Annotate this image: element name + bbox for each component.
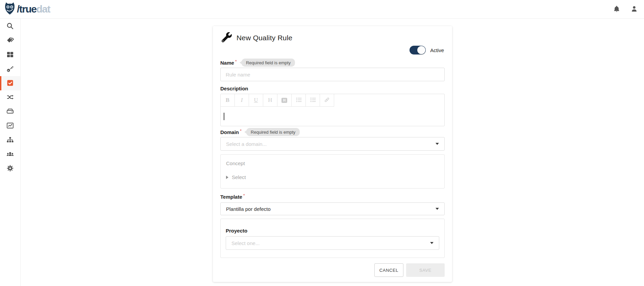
topbar-actions bbox=[612, 4, 644, 14]
concept-expander-label: Select bbox=[232, 174, 246, 180]
sidebar bbox=[0, 19, 21, 286]
user-menu-button[interactable] bbox=[630, 4, 639, 14]
new-quality-rule-card: New Quality Rule Active Name * Required … bbox=[213, 26, 452, 282]
bold-icon: B bbox=[226, 97, 229, 104]
search-icon bbox=[6, 22, 14, 31]
required-marker: * bbox=[243, 193, 245, 198]
heading-block-icon: H bbox=[281, 98, 287, 103]
editor-toolbar: B I U H H bbox=[221, 94, 444, 107]
topbar: /truedat bbox=[0, 0, 644, 19]
italic-icon: I bbox=[241, 97, 243, 104]
heading-icon: H bbox=[268, 97, 272, 104]
name-label-row: Name * Required field is empty bbox=[220, 59, 445, 66]
description-label-row: Description bbox=[220, 85, 445, 92]
proyecto-section: Proyecto Select one... bbox=[220, 219, 445, 258]
app-logo-text: /truedat bbox=[17, 4, 50, 14]
sidebar-item-settings[interactable] bbox=[0, 161, 20, 176]
card-header: New Quality Rule bbox=[220, 32, 445, 44]
required-marker: * bbox=[240, 128, 242, 133]
form-actions: CANCEL SAVE bbox=[220, 263, 445, 277]
validation-badge: Required field is empty bbox=[246, 128, 300, 136]
main-content: New Quality Rule Active Name * Required … bbox=[21, 19, 644, 286]
validation-badge: Required field is empty bbox=[242, 59, 295, 67]
users-icon bbox=[6, 150, 14, 159]
dropdown-caret-icon bbox=[430, 242, 434, 244]
owl-logo-icon bbox=[4, 2, 16, 16]
domain-validation: Required field is empty bbox=[244, 128, 300, 136]
link-icon bbox=[324, 97, 330, 104]
underline-icon: U bbox=[254, 97, 258, 103]
sidebar-item-quality[interactable] bbox=[0, 76, 20, 90]
toolbar-filler bbox=[334, 94, 444, 107]
grid-icon bbox=[6, 50, 14, 60]
key-icon bbox=[6, 65, 14, 74]
unordered-list-icon bbox=[310, 97, 316, 104]
sidebar-item-sitemap[interactable] bbox=[0, 133, 20, 147]
tags-icon bbox=[6, 36, 14, 45]
sidebar-item-server[interactable] bbox=[0, 105, 20, 119]
check-square-icon bbox=[6, 79, 14, 88]
concept-expander[interactable]: Select bbox=[226, 174, 439, 180]
dropdown-caret-icon bbox=[436, 143, 439, 145]
domain-label: Domain bbox=[220, 129, 239, 135]
name-validation: Required field is empty bbox=[240, 59, 295, 67]
description-label: Description bbox=[220, 86, 248, 91]
page-title: New Quality Rule bbox=[237, 34, 292, 42]
sidebar-item-chart[interactable] bbox=[0, 119, 20, 133]
domain-placeholder: Select a domain... bbox=[226, 141, 267, 147]
bold-button[interactable]: B bbox=[221, 94, 235, 107]
proyecto-label: Proyecto bbox=[226, 228, 439, 234]
text-cursor bbox=[224, 113, 224, 120]
proyecto-select[interactable]: Select one... bbox=[226, 236, 439, 250]
sidebar-item-shuffle[interactable] bbox=[0, 90, 20, 105]
description-editor: B I U H H bbox=[220, 94, 445, 126]
link-button[interactable] bbox=[320, 94, 334, 107]
description-textarea[interactable] bbox=[221, 107, 444, 126]
cancel-button[interactable]: CANCEL bbox=[374, 263, 403, 277]
underline-button[interactable]: U bbox=[249, 94, 263, 107]
page: /truedat bbox=[0, 0, 644, 286]
proyecto-placeholder: Select one... bbox=[231, 240, 259, 246]
wrench-icon bbox=[222, 32, 232, 44]
active-toggle-row: Active bbox=[220, 46, 445, 54]
ordered-list-button[interactable] bbox=[292, 94, 306, 107]
italic-button[interactable]: I bbox=[235, 94, 249, 107]
template-label-row: Template * bbox=[220, 193, 445, 200]
heading-block-button[interactable]: H bbox=[277, 94, 292, 107]
name-label: Name bbox=[220, 60, 234, 66]
active-toggle[interactable] bbox=[410, 46, 426, 54]
active-toggle-label: Active bbox=[430, 47, 444, 53]
template-value: Plantilla por defecto bbox=[226, 206, 271, 212]
bell-icon bbox=[613, 5, 620, 14]
template-label: Template bbox=[220, 194, 242, 200]
sidebar-item-search[interactable] bbox=[0, 19, 20, 34]
rule-name-input[interactable] bbox=[220, 68, 445, 81]
sitemap-icon bbox=[6, 136, 14, 145]
server-icon bbox=[6, 107, 14, 116]
required-marker: * bbox=[235, 59, 237, 64]
toggle-knob bbox=[417, 46, 425, 54]
template-select[interactable]: Plantilla por defecto bbox=[220, 202, 445, 215]
shuffle-icon bbox=[6, 93, 14, 102]
domain-select[interactable]: Select a domain... bbox=[220, 137, 445, 151]
app-logo[interactable]: /truedat bbox=[0, 2, 50, 16]
heading-button[interactable]: H bbox=[263, 94, 277, 107]
sidebar-item-tags[interactable] bbox=[0, 34, 20, 48]
ordered-list-icon bbox=[296, 97, 302, 104]
domain-label-row: Domain * Required field is empty bbox=[220, 129, 445, 135]
notifications-button[interactable] bbox=[612, 4, 621, 14]
dropdown-caret-icon bbox=[436, 208, 439, 210]
chart-line-icon bbox=[6, 122, 14, 131]
concept-label: Concept bbox=[226, 160, 245, 166]
concept-section: Concept Select bbox=[220, 154, 445, 189]
sidebar-item-key[interactable] bbox=[0, 62, 20, 76]
sidebar-item-grid[interactable] bbox=[0, 48, 20, 62]
expand-arrow-icon bbox=[226, 176, 228, 179]
unordered-list-button[interactable] bbox=[306, 94, 320, 107]
sidebar-item-users[interactable] bbox=[0, 147, 20, 161]
gear-icon bbox=[6, 164, 14, 173]
save-button[interactable]: SAVE bbox=[406, 263, 445, 277]
user-icon bbox=[630, 5, 638, 14]
